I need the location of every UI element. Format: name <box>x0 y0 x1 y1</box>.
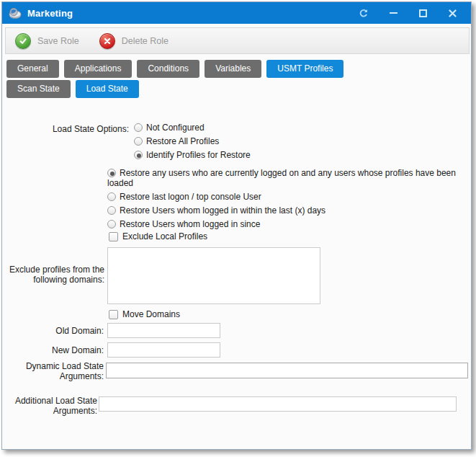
radio-label: Restore last logon / top console User <box>120 192 261 202</box>
radio-restore-logged-in-since[interactable]: Restore Users whom logged in since <box>107 219 470 229</box>
tab-load-state[interactable]: Load State <box>76 80 139 98</box>
move-domains-checkbox[interactable]: Move Domains <box>109 309 180 319</box>
tab-general[interactable]: General <box>6 60 59 78</box>
exclude-domains-textarea[interactable] <box>107 247 320 304</box>
load-state-options-label: Load State Options: <box>15 124 129 134</box>
delete-x-icon <box>99 33 115 49</box>
maximize-icon[interactable] <box>418 8 428 18</box>
radio-label: Restore All Profiles <box>146 136 219 146</box>
additional-load-state-args-label: Additional Load State Arguments: <box>5 396 97 416</box>
dynamic-load-state-args-label: Dynamic Load State Arguments: <box>6 361 104 381</box>
tab-conditions[interactable]: Conditions <box>137 60 199 78</box>
delete-role-label: Delete Role <box>122 36 169 46</box>
window-title: Marketing <box>27 8 73 19</box>
marketing-window: Marketing Save <box>1 1 472 450</box>
radio-label: Restore Users whom logged in within the … <box>120 205 325 216</box>
radio-label: Not Configured <box>146 123 205 133</box>
checkbox-icon <box>109 310 118 319</box>
save-role-label: Save Role <box>37 36 79 46</box>
delete-role-button[interactable]: Delete Role <box>99 33 169 49</box>
radio-label: Identify Profiles for Restore <box>146 150 251 160</box>
radio-icon <box>107 220 116 228</box>
radio-icon <box>134 137 143 146</box>
radio-label: Restore Users whom logged in since <box>120 219 260 229</box>
tab-applications[interactable]: Applications <box>64 60 133 78</box>
radio-icon <box>107 206 116 215</box>
checkbox-icon <box>109 232 118 241</box>
save-check-icon <box>15 33 31 49</box>
dynamic-load-state-args-input[interactable] <box>106 363 468 378</box>
toolbar: Save Role Delete Role <box>5 27 470 54</box>
main-tab-bar: General Applications Conditions Variable… <box>6 60 343 78</box>
tab-scan-state[interactable]: Scan State <box>6 80 71 98</box>
exclude-domains-label: Exclude profiles from the following doma… <box>8 265 104 285</box>
additional-load-state-args-input[interactable] <box>99 396 457 412</box>
radio-restore-all-profiles[interactable]: Restore All Profiles <box>134 136 251 146</box>
old-domain-input[interactable] <box>107 323 220 338</box>
save-role-button[interactable]: Save Role <box>15 33 79 49</box>
checkbox-label: Exclude Local Profiles <box>122 231 207 241</box>
radio-restore-last-x-days[interactable]: Restore Users whom logged in within the … <box>107 205 470 216</box>
refresh-icon[interactable] <box>359 8 369 18</box>
radio-restore-last-logon[interactable]: Restore last logon / top console User <box>107 192 470 202</box>
radio-label: Restore any users who are currently logg… <box>107 168 456 188</box>
restore-users-radio-group: Restore any users who are currently logg… <box>107 168 470 233</box>
radio-icon <box>107 169 116 177</box>
radio-not-configured[interactable]: Not Configured <box>134 123 251 133</box>
close-icon[interactable] <box>447 8 457 18</box>
old-domain-label: Old Domain: <box>8 326 104 336</box>
tab-variables[interactable]: Variables <box>205 60 261 78</box>
load-state-options-radio-group: Not Configured Restore All Profiles Iden… <box>134 123 251 164</box>
exclude-local-profiles-checkbox[interactable]: Exclude Local Profiles <box>109 231 207 241</box>
titlebar[interactable]: Marketing <box>2 2 471 24</box>
window-controls <box>359 8 464 18</box>
new-domain-label: New Domain: <box>8 345 104 355</box>
checkbox-label: Move Domains <box>122 309 180 319</box>
app-icon <box>9 7 22 19</box>
minimize-icon[interactable] <box>388 8 398 18</box>
radio-icon <box>134 123 143 132</box>
sub-tab-bar: Scan State Load State <box>6 80 139 98</box>
new-domain-input[interactable] <box>107 342 220 358</box>
radio-identify-profiles[interactable]: Identify Profiles for Restore <box>134 150 251 160</box>
radio-restore-logged-on-users[interactable]: Restore any users who are currently logg… <box>107 168 470 188</box>
radio-icon <box>134 151 143 159</box>
tab-usmt-profiles[interactable]: USMT Profiles <box>266 60 343 78</box>
radio-icon <box>107 192 116 201</box>
